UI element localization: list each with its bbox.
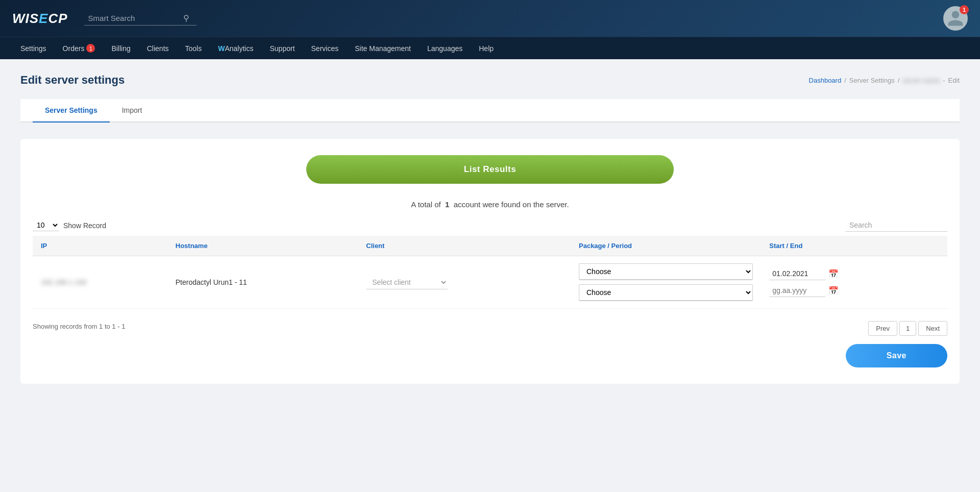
- start-calendar-icon[interactable]: 📅: [828, 269, 839, 279]
- pagination-area: Showing records from 1 to 1 - 1 Prev 1 N…: [33, 317, 947, 336]
- start-date-input[interactable]: [769, 267, 825, 280]
- nav-item-help[interactable]: Help: [471, 37, 502, 60]
- total-message: A total of 1 account were found on the s…: [33, 200, 947, 209]
- cell-start-end[interactable]: 📅 📅: [761, 256, 947, 309]
- nav-item-languages[interactable]: Languages: [419, 37, 471, 60]
- cell-client[interactable]: Select client: [358, 256, 571, 309]
- tab-server-settings[interactable]: Server Settings: [33, 99, 110, 122]
- page-content: Edit server settings Dashboard / Server …: [0, 59, 980, 398]
- nav-item-services[interactable]: Services: [303, 37, 347, 60]
- col-header-ip: IP: [33, 236, 167, 256]
- search-bar[interactable]: ⚲: [84, 11, 197, 26]
- search-icon: ⚲: [183, 13, 189, 23]
- nav-item-settings[interactable]: Settings: [12, 37, 55, 60]
- footer-space: [0, 398, 980, 429]
- avatar-wrapper[interactable]: 1: [943, 6, 968, 31]
- package-select[interactable]: Choose: [579, 263, 753, 280]
- save-button[interactable]: Save: [846, 344, 947, 367]
- end-calendar-icon[interactable]: 📅: [828, 286, 839, 296]
- orders-badge: 1: [86, 44, 95, 53]
- end-date-row: 📅: [769, 284, 939, 297]
- hostname-value: Pterodactyl Urun1 - 11: [176, 278, 247, 286]
- breadcrumb-dashboard[interactable]: Dashboard: [809, 77, 842, 84]
- start-date-row: 📅: [769, 267, 939, 280]
- ip-value: 192.168.1.100: [41, 278, 87, 286]
- data-table: IP Hostname Client Package / Period Star…: [33, 236, 947, 309]
- page-title: Edit server settings: [20, 73, 125, 87]
- pagination-controls: Prev 1 Next: [868, 321, 947, 336]
- search-input[interactable]: [88, 14, 180, 22]
- col-header-hostname: Hostname: [167, 236, 358, 256]
- notification-badge: 1: [960, 5, 969, 14]
- start-end-cell: 📅 📅: [769, 267, 939, 297]
- header-right: 1: [943, 6, 968, 31]
- nav-item-tools[interactable]: Tools: [177, 37, 210, 60]
- package-period-cell: Choose Choose: [579, 263, 753, 301]
- nav-item-orders[interactable]: Orders 1: [55, 37, 104, 60]
- show-record-select[interactable]: 10 25 50 100: [33, 219, 59, 231]
- next-button[interactable]: Next: [918, 321, 947, 336]
- logo: WISECP: [12, 11, 68, 27]
- client-select[interactable]: Select client: [366, 276, 448, 289]
- nav-item-wanalytics[interactable]: WAnalytics: [210, 37, 261, 60]
- page-number: 1: [899, 321, 916, 336]
- table-search-input[interactable]: [845, 219, 947, 232]
- showing-records-text: Showing records from 1 to 1 - 1: [33, 323, 125, 330]
- col-header-client: Client: [358, 236, 571, 256]
- breadcrumb-edit: Edit: [948, 77, 960, 84]
- nav-item-site-management[interactable]: Site Management: [347, 37, 419, 60]
- nav-item-billing[interactable]: Billing: [103, 37, 138, 60]
- cell-ip: 192.168.1.100: [33, 256, 167, 309]
- nav-item-support[interactable]: Support: [261, 37, 303, 60]
- show-record-control: 10 25 50 100 Show Record: [33, 219, 106, 231]
- save-section: Save: [33, 344, 947, 367]
- tabs: Server Settings Import: [20, 99, 960, 122]
- breadcrumb-server-settings: Server Settings: [849, 77, 895, 84]
- cell-package-period[interactable]: Choose Choose: [571, 256, 761, 309]
- main-nav: Settings Orders 1 Billing Clients Tools …: [0, 37, 980, 59]
- top-header: WISECP ⚲ 1: [0, 0, 980, 37]
- page-header: Edit server settings Dashboard / Server …: [20, 73, 960, 87]
- list-results-button[interactable]: List Results: [306, 155, 674, 184]
- col-header-package: Package / Period: [571, 236, 761, 256]
- cell-hostname: Pterodactyl Urun1 - 11: [167, 256, 358, 309]
- table-search[interactable]: [845, 219, 947, 232]
- breadcrumb-current: server-name: [902, 77, 940, 84]
- nav-item-clients[interactable]: Clients: [139, 37, 177, 60]
- period-select[interactable]: Choose: [579, 284, 753, 301]
- show-record-label: Show Record: [63, 222, 106, 230]
- end-date-input[interactable]: [769, 284, 825, 297]
- breadcrumb: Dashboard / Server Settings / server-nam…: [809, 77, 960, 84]
- table-row: 192.168.1.100 Pterodactyl Urun1 - 11 Sel…: [33, 256, 947, 309]
- col-header-startend: Start / End: [761, 236, 947, 256]
- table-header-row: IP Hostname Client Package / Period Star…: [33, 236, 947, 256]
- main-card: List Results A total of 1 account were f…: [20, 139, 960, 384]
- table-controls: 10 25 50 100 Show Record: [33, 219, 947, 232]
- tab-import[interactable]: Import: [110, 99, 155, 122]
- prev-button[interactable]: Prev: [868, 321, 897, 336]
